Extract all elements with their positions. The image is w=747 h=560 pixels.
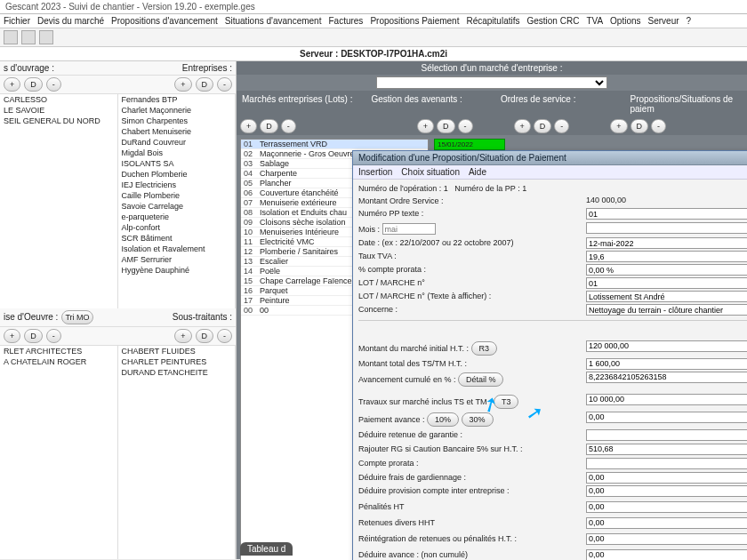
d-button[interactable]: D — [437, 119, 455, 133]
plus-button[interactable]: + — [4, 77, 20, 92]
mtt-input[interactable] — [586, 358, 747, 370]
t3-button[interactable]: T3 — [494, 395, 519, 409]
list-item[interactable]: Hygyène Dauphiné — [118, 265, 236, 276]
d-button[interactable]: D — [260, 119, 278, 133]
list-item[interactable]: Duchen Plomberie — [118, 169, 236, 180]
trav-input[interactable] — [586, 394, 747, 405]
paiav-input[interactable] — [586, 412, 747, 423]
pen-input[interactable] — [586, 501, 747, 513]
reint-input[interactable] — [586, 533, 747, 545]
d-button[interactable]: D — [196, 329, 214, 343]
list-item[interactable]: LE SAVOIE — [0, 105, 117, 116]
dedav-input[interactable] — [586, 549, 747, 561]
menu-item[interactable]: Gestion CRC — [526, 16, 579, 26]
list-item[interactable]: Caille Plomberie — [118, 190, 236, 201]
menu-item[interactable]: Options — [610, 16, 640, 26]
minus-button[interactable]: - — [651, 119, 666, 133]
menu-item[interactable]: ? — [687, 16, 692, 26]
mmi-input[interactable] — [586, 340, 747, 352]
list-item[interactable]: e-parqueterie — [118, 212, 236, 222]
entreprises-list[interactable]: Fernandes BTPCharlet MaçonnerieSimon Cha… — [118, 94, 237, 308]
list-item[interactable]: ISOLANTS SA — [118, 158, 236, 169]
plus-button[interactable]: + — [610, 119, 627, 133]
d-button[interactable]: D — [534, 119, 552, 133]
tool-icon[interactable] — [21, 30, 36, 44]
minus-button[interactable]: - — [217, 77, 232, 92]
avenant-item[interactable]: 15/01/2022 — [434, 139, 505, 150]
plus-button[interactable]: + — [240, 119, 257, 133]
ouvrage-list[interactable]: CARLESSOLE SAVOIESEIL GENERAL DU NORD — [0, 94, 118, 308]
minus-button[interactable]: - — [554, 119, 569, 133]
d-button[interactable]: D — [196, 77, 214, 92]
list-item[interactable]: Isolation et Ravalement — [118, 244, 236, 254]
list-item[interactable]: IEJ Electriciens — [118, 180, 236, 190]
minus-button[interactable]: - — [458, 119, 473, 133]
list-item[interactable]: Chabert Menuiserie — [118, 126, 236, 137]
lott-input[interactable] — [586, 291, 747, 302]
list-item[interactable]: SEIL GENERAL DU NORD — [0, 116, 117, 126]
num-ppt-input[interactable] — [586, 208, 747, 220]
dialog-menu-item[interactable]: Insertion — [358, 167, 392, 177]
list-item[interactable]: Migdal Bois — [118, 148, 236, 158]
tool-icon[interactable] — [4, 30, 18, 44]
soustraitants-list[interactable]: CHABERT FLUIDESCHARLET PEINTURESDURAND E… — [118, 346, 237, 560]
menu-item[interactable]: Fichier — [4, 16, 30, 26]
lot-row[interactable]: 01Terrassement VRD — [241, 140, 428, 149]
tva-input[interactable] — [586, 251, 747, 262]
tri-mo-button[interactable]: Tri MO — [61, 310, 92, 324]
menu-item[interactable]: Factures — [328, 16, 363, 26]
menu-item[interactable]: Serveur — [648, 16, 679, 26]
prorata-input[interactable] — [586, 264, 747, 276]
menu-item[interactable]: TVA — [586, 16, 603, 26]
tableau-tab[interactable]: Tableau d — [240, 542, 293, 556]
plus-button[interactable]: + — [174, 329, 191, 343]
list-item[interactable]: A CHATELAIN ROGER — [0, 356, 117, 367]
d-button[interactable]: D — [24, 77, 43, 92]
plus-button[interactable]: + — [174, 77, 191, 92]
list-item[interactable]: AMF Serrurier — [118, 254, 236, 265]
minus-button[interactable]: - — [46, 77, 61, 92]
detail-pct-button[interactable]: Détail % — [458, 372, 504, 387]
dialog-menu-item[interactable]: Choix situation — [401, 167, 460, 177]
marche-select[interactable] — [376, 76, 607, 89]
concerne-input[interactable] — [586, 304, 747, 316]
minus-button[interactable]: - — [46, 329, 61, 343]
list-item[interactable]: Charlet Maçonnerie — [118, 105, 236, 116]
pct10-button[interactable]: 10% — [427, 412, 459, 427]
dpc-input[interactable] — [586, 485, 747, 497]
plus-button[interactable]: + — [4, 329, 20, 343]
list-item[interactable]: DURAND ETANCHEITE — [118, 367, 236, 378]
menu-item[interactable]: Propositions d'avancement — [111, 16, 218, 26]
mois-select[interactable] — [586, 222, 747, 234]
dfg-input[interactable] — [586, 472, 747, 484]
list-item[interactable]: CARLESSO — [0, 94, 117, 105]
ret-input[interactable] — [586, 517, 747, 529]
menu-item[interactable]: Devis du marché — [37, 16, 104, 26]
list-item[interactable]: CHABERT FLUIDES — [118, 346, 236, 356]
minus-button[interactable]: - — [281, 119, 296, 133]
d-button[interactable]: D — [631, 119, 649, 133]
lotn-input[interactable] — [586, 277, 747, 289]
rajrg-input[interactable] — [586, 444, 747, 455]
list-item[interactable]: Savoie Carrelage — [118, 201, 236, 212]
list-item[interactable]: CHARLET PEINTURES — [118, 356, 236, 367]
menu-item[interactable]: Récapitulatifs — [466, 16, 519, 26]
mois-input[interactable] — [382, 223, 436, 235]
pct30-button[interactable]: 30% — [462, 412, 494, 427]
plus-button[interactable]: + — [417, 119, 434, 133]
dedret-input[interactable] — [586, 429, 747, 441]
tool-icon[interactable] — [39, 30, 53, 44]
dialog-menu-item[interactable]: Aide — [469, 167, 486, 177]
date-input[interactable] — [586, 237, 747, 249]
plus-button[interactable]: + — [514, 119, 531, 133]
list-item[interactable]: Alp-confort — [118, 222, 236, 233]
list-item[interactable]: SCR Bâtiment — [118, 233, 236, 244]
menu-item[interactable]: Propositions Paiement — [370, 16, 459, 26]
list-item[interactable]: Simon Charpentes — [118, 116, 236, 126]
list-item[interactable]: RLET ARCHITECTES — [0, 346, 117, 356]
r3-button[interactable]: R3 — [471, 341, 498, 356]
list-item[interactable]: Fernandes BTP — [118, 94, 236, 105]
minus-button[interactable]: - — [217, 329, 232, 343]
oeuvre-list[interactable]: RLET ARCHITECTESA CHATELAIN ROGER — [0, 346, 118, 560]
d-button[interactable]: D — [24, 329, 43, 343]
